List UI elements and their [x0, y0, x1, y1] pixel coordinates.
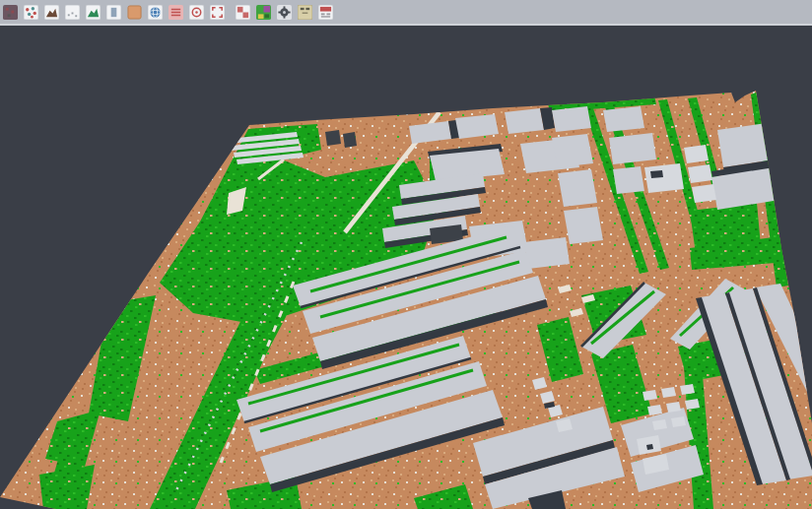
bldg-small	[688, 164, 712, 183]
terrain-model-icon[interactable]	[43, 3, 60, 21]
toolbar-group	[2, 3, 226, 21]
terrain-model-icon-glyph	[44, 5, 59, 20]
orthomosaic-icon-glyph	[127, 5, 142, 20]
bldg-small	[684, 145, 709, 163]
bldg	[552, 134, 593, 167]
checker-icon-glyph	[236, 5, 250, 20]
bldg	[603, 106, 644, 132]
sparse-cloud-icon-glyph	[65, 5, 80, 20]
storage-mark	[650, 170, 663, 178]
scene-3d-render	[0, 28, 812, 509]
bldg-small	[692, 184, 716, 203]
point-cloud-icon-glyph	[24, 5, 38, 20]
bldg	[564, 207, 603, 244]
bldg	[552, 106, 591, 132]
toolbar	[0, 0, 812, 26]
texture-icon-glyph	[3, 5, 18, 20]
bldg	[505, 108, 544, 134]
texture-icon[interactable]	[2, 3, 19, 21]
settings-icon[interactable]	[276, 3, 293, 21]
bldg	[524, 237, 570, 269]
layers-icon[interactable]	[168, 3, 184, 21]
mesh-icon[interactable]	[85, 3, 102, 21]
selection-icon-glyph	[210, 5, 225, 20]
viewport-3d[interactable]	[0, 28, 812, 509]
sparse-cloud-icon[interactable]	[64, 3, 81, 21]
small-mark	[646, 444, 653, 450]
flag-icon-glyph	[318, 5, 333, 20]
orthomosaic-icon[interactable]	[126, 3, 143, 21]
settings-icon-glyph	[277, 5, 292, 20]
dark-bldg-1	[325, 130, 341, 146]
globe-icon-glyph	[148, 5, 163, 20]
toolbar-group	[235, 3, 334, 21]
checker-icon[interactable]	[235, 3, 251, 21]
classification-icon[interactable]	[255, 3, 272, 21]
target-icon-glyph	[189, 5, 204, 20]
storage-bldg	[644, 163, 684, 193]
bldg	[558, 169, 597, 207]
point-cloud-icon[interactable]	[23, 3, 39, 21]
layers-icon-glyph	[169, 5, 183, 20]
flag-icon[interactable]	[317, 3, 334, 21]
selection-icon[interactable]	[209, 3, 226, 21]
mesh-icon-glyph	[86, 5, 101, 20]
bldg	[613, 166, 644, 194]
application-window	[0, 0, 812, 509]
target-icon[interactable]	[188, 3, 205, 21]
notes-icon[interactable]	[297, 3, 313, 21]
dark-bldg-2	[343, 132, 357, 148]
classification-icon-glyph	[256, 5, 271, 20]
notes-icon-glyph	[298, 5, 312, 20]
bldg	[609, 133, 656, 164]
tiled-model-icon-glyph	[106, 5, 121, 20]
globe-icon[interactable]	[147, 3, 164, 21]
tiled-model-icon[interactable]	[105, 3, 122, 21]
